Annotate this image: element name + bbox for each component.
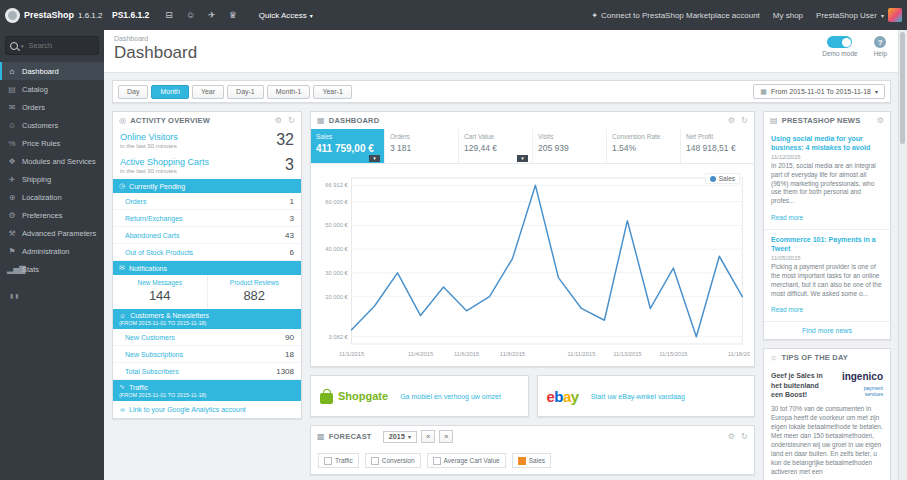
- refresh-icon[interactable]: ↻: [288, 116, 295, 125]
- total-subscribers-link[interactable]: Total Subscribers: [125, 368, 179, 375]
- search-input[interactable]: [27, 40, 94, 51]
- cart-icon[interactable]: ⊟: [165, 10, 173, 20]
- quick-access-button[interactable]: Quick Access ▾: [253, 10, 319, 21]
- forecast-next-button[interactable]: »: [439, 430, 453, 443]
- gear-icon[interactable]: ⚙: [728, 116, 735, 125]
- kpi-cart-value[interactable]: Cart Value 129,44 € ▾: [458, 129, 532, 163]
- sidebar-item-shipping[interactable]: ✈Shipping: [0, 170, 104, 188]
- kpi-conversion-rate[interactable]: Conversion Rate 1.54%: [606, 129, 680, 163]
- forecast-toggle-average-cart-value[interactable]: Average Cart Value: [427, 453, 506, 468]
- kpi-sales[interactable]: Sales 411 759,00 € ▾: [311, 129, 384, 163]
- sidebar-item-catalog[interactable]: ▤Catalog: [0, 80, 104, 98]
- sidebar-item-modules[interactable]: ❖Modules and Services: [0, 152, 104, 170]
- gear-icon[interactable]: ⚙: [275, 116, 282, 125]
- forecast-year-select[interactable]: 2015 ▾: [383, 431, 418, 443]
- demo-mode-toggle[interactable]: [827, 36, 852, 48]
- orders-link[interactable]: Orders: [125, 198, 146, 205]
- kpi-net-profit[interactable]: Net Profit 148 918,51 €: [680, 129, 754, 163]
- sidebar-item-stats[interactable]: ▂▅▇Stats: [0, 260, 104, 278]
- activity-overview-title: ACTIVITY OVERVIEW: [130, 116, 210, 125]
- user-menu[interactable]: PrestaShop User ▾: [816, 8, 902, 22]
- kpi-conversion-rate-label: Conversion Rate: [612, 133, 675, 140]
- sidebar-item-label: Orders: [22, 103, 45, 112]
- date-range-picker[interactable]: ▦ From 2015-11-01 To 2015-11-18 ▾: [753, 84, 885, 99]
- kpi-visits[interactable]: Visits 205 939: [532, 129, 606, 163]
- my-shop-link[interactable]: My shop: [773, 11, 803, 20]
- news-article-title-link[interactable]: Using social media for your business: 4 …: [771, 134, 883, 152]
- shopgate-promo-link[interactable]: Ga mobiel en verhoog uw omzet: [400, 393, 501, 400]
- abandoned-carts-link[interactable]: Abandoned Carts: [125, 232, 179, 239]
- marketplace-connect-link[interactable]: ✦ Connect to PrestaShop Marketplace acco…: [591, 11, 759, 20]
- ebay-promo-link[interactable]: Start uw eBay-winkel vandaag: [591, 393, 685, 400]
- breadcrumb[interactable]: Dashboard: [114, 35, 897, 42]
- scrollbar[interactable]: [898, 30, 907, 480]
- new-messages-value: 144: [115, 288, 205, 303]
- localization-icon: ⊕: [7, 193, 17, 202]
- new-messages-cell[interactable]: New Messages 144: [113, 275, 207, 309]
- product-reviews-value: 882: [210, 288, 300, 303]
- sidebar-item-price-rules[interactable]: %Price Rules: [0, 134, 104, 152]
- news-article-title-link[interactable]: Ecommerce 101: Payments in a Tweet: [771, 235, 883, 253]
- sidebar-item-dashboard[interactable]: ⌂Dashboard: [0, 62, 104, 80]
- kpi-orders[interactable]: Orders 3 181: [384, 129, 458, 163]
- refresh-icon[interactable]: ↻: [741, 116, 748, 125]
- forecast-toggle-traffic[interactable]: Traffic: [318, 453, 359, 468]
- collapse-menu-icon[interactable]: ▮▮: [0, 288, 104, 303]
- forecast-prev-button[interactable]: «: [421, 430, 435, 443]
- svg-text:11/13/2015: 11/13/2015: [613, 351, 642, 357]
- filter-month-button[interactable]: Month: [151, 85, 188, 99]
- sidebar-menu: ⌂Dashboard ▤Catalog ✉Orders ☺Customers %…: [0, 62, 104, 278]
- trophy-icon[interactable]: ♛: [229, 10, 237, 20]
- shop-name-link[interactable]: PS1.6.1.2: [112, 10, 149, 20]
- online-visitors-sub: in the last 30 minutes: [120, 143, 178, 149]
- forecast-toggle-sales[interactable]: Sales: [512, 453, 551, 468]
- activity-overview-header: ◎ ACTIVITY OVERVIEW ⚙ ↻: [113, 112, 301, 129]
- forecast-toggle-conversion[interactable]: Conversion: [365, 453, 421, 468]
- help-label[interactable]: Help: [874, 50, 887, 57]
- scrollbar-thumb[interactable]: [900, 32, 905, 144]
- filter-day-button[interactable]: Day: [118, 85, 148, 99]
- returns-link[interactable]: Return/Exchanges: [125, 215, 183, 222]
- active-carts-link[interactable]: Active Shopping Carts: [120, 157, 209, 167]
- trend-icon: ∿: [119, 383, 125, 391]
- filter-year-button[interactable]: Year: [192, 85, 224, 99]
- new-customers-link[interactable]: New Customers: [125, 334, 175, 341]
- sidebar-item-preferences[interactable]: ⚙Preferences: [0, 206, 104, 224]
- modules-icon: ❖: [7, 157, 17, 166]
- forecast-sales-label: Sales: [529, 457, 545, 464]
- customer-icon[interactable]: ☺: [186, 10, 195, 20]
- sidebar-item-advanced-parameters[interactable]: ⚒Advanced Parameters: [0, 224, 104, 242]
- online-visitors-link[interactable]: Online Visitors: [120, 132, 178, 142]
- product-reviews-label: Product Reviews: [210, 279, 300, 286]
- google-analytics-link[interactable]: ∞ Link to your Google Analytics account: [113, 401, 301, 418]
- sidebar-item-localization[interactable]: ⊕Localization: [0, 188, 104, 206]
- prestashop-logo[interactable]: PrestaShop 1.6.1.2: [0, 8, 104, 23]
- ebay-logo[interactable]: ebay: [547, 388, 579, 405]
- product-reviews-cell[interactable]: Product Reviews 882: [207, 275, 302, 309]
- plane-icon[interactable]: ✈: [208, 10, 216, 20]
- dashboard-columns: ◎ ACTIVITY OVERVIEW ⚙ ↻ Online Visitors …: [104, 111, 907, 480]
- sidebar-item-orders[interactable]: ✉Orders: [0, 98, 104, 116]
- gear-icon[interactable]: ⚙: [728, 432, 735, 441]
- read-more-link[interactable]: Read more: [771, 306, 803, 313]
- sidebar-item-customers[interactable]: ☺Customers: [0, 116, 104, 134]
- returns-value: 3: [290, 214, 294, 223]
- gear-icon[interactable]: ⚙: [877, 116, 884, 125]
- activity-icon: ◎: [119, 116, 126, 125]
- help-icon[interactable]: ?: [874, 36, 886, 48]
- people-icon: ☺: [119, 312, 126, 319]
- filter-month-1-button[interactable]: Month-1: [267, 85, 311, 99]
- ingenico-logo[interactable]: ingenico payment services: [842, 371, 883, 400]
- new-subscriptions-link[interactable]: New Subscriptions: [125, 351, 183, 358]
- currently-pending-title: Currently Pending: [129, 183, 185, 190]
- shopgate-logo[interactable]: Shopgate: [320, 389, 388, 404]
- filter-year-1-button[interactable]: Year-1: [313, 85, 351, 99]
- sidebar-item-administration[interactable]: ⚑Administration: [0, 242, 104, 260]
- sidebar-search[interactable]: ▾: [5, 36, 99, 55]
- read-more-link[interactable]: Read more: [771, 214, 803, 221]
- refresh-icon[interactable]: ↻: [741, 432, 748, 441]
- active-carts-sub: in the last 30 minutes: [120, 168, 209, 174]
- out-of-stock-link[interactable]: Out of Stock Products: [125, 249, 193, 256]
- find-more-news-link[interactable]: Find more news: [764, 322, 890, 339]
- filter-day-1-button[interactable]: Day-1: [227, 85, 264, 99]
